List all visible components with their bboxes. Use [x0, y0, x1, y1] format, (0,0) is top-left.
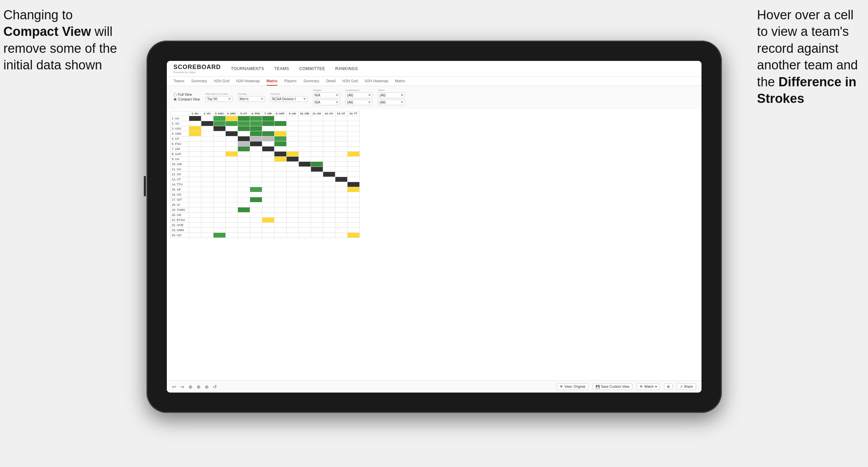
matrix-cell[interactable] [189, 131, 201, 136]
matrix-cell[interactable] [323, 126, 335, 131]
matrix-cell[interactable] [298, 207, 311, 213]
tab-players[interactable]: Players [284, 79, 297, 86]
gender-select[interactable]: Men's [238, 96, 265, 102]
conference-select1[interactable]: (All) [346, 92, 373, 98]
matrix-cell[interactable] [347, 121, 359, 126]
matrix-cell[interactable] [311, 202, 323, 207]
matrix-cell[interactable] [335, 233, 347, 238]
matrix-cell[interactable] [189, 121, 201, 126]
matrix-cell[interactable] [298, 233, 311, 238]
matrix-cell[interactable] [238, 121, 250, 126]
matrix-cell[interactable] [311, 207, 323, 213]
matrix-cell[interactable] [213, 116, 225, 121]
matrix-cell[interactable] [201, 152, 213, 157]
matrix-cell[interactable] [201, 162, 213, 167]
matrix-cell[interactable] [238, 233, 250, 238]
matrix-cell[interactable] [286, 126, 298, 131]
matrix-cell[interactable] [238, 116, 250, 121]
matrix-cell[interactable] [213, 202, 225, 207]
matrix-cell[interactable] [201, 192, 213, 197]
matrix-cell[interactable] [213, 207, 225, 213]
matrix-cell[interactable] [213, 167, 225, 172]
matrix-cell[interactable] [286, 223, 298, 228]
matrix-cell[interactable] [213, 187, 225, 192]
matrix-cell[interactable] [323, 177, 335, 182]
matrix-cell[interactable] [201, 116, 213, 121]
matrix-cell[interactable] [347, 192, 359, 197]
matrix-cell[interactable] [286, 147, 298, 152]
matrix-cell[interactable] [213, 147, 225, 152]
matrix-cell[interactable] [201, 141, 213, 147]
matrix-cell[interactable] [286, 192, 298, 197]
matrix-cell[interactable] [274, 182, 286, 187]
matrix-cell[interactable] [250, 121, 262, 126]
matrix-cell[interactable] [274, 213, 286, 218]
matrix-cell[interactable] [201, 233, 213, 238]
matrix-cell[interactable] [225, 116, 238, 121]
matrix-cell[interactable] [347, 233, 359, 238]
matrix-cell[interactable] [250, 187, 262, 192]
matrix-cell[interactable] [274, 177, 286, 182]
matrix-cell[interactable] [238, 213, 250, 218]
matrix-cell[interactable] [286, 218, 298, 223]
matrix-cell[interactable] [311, 197, 323, 202]
matrix-cell[interactable] [274, 207, 286, 213]
matrix-cell[interactable] [213, 131, 225, 136]
matrix-cell[interactable] [238, 141, 250, 147]
nav-committee[interactable]: COMMITTEE [299, 65, 325, 72]
matrix-cell[interactable] [347, 182, 359, 187]
tool1-icon[interactable]: ⊕ [188, 384, 193, 390]
matrix-cell[interactable] [298, 136, 311, 141]
tab-summary2[interactable]: Summary [304, 79, 319, 86]
matrix-cell[interactable] [323, 182, 335, 187]
matrix-cell[interactable] [323, 202, 335, 207]
matrix-cell[interactable] [189, 162, 201, 167]
matrix-cell[interactable] [189, 218, 201, 223]
matrix-cell[interactable] [286, 167, 298, 172]
matrix-cell[interactable] [335, 197, 347, 202]
matrix-cell[interactable] [323, 131, 335, 136]
matrix-cell[interactable] [201, 202, 213, 207]
matrix-cell[interactable] [262, 182, 274, 187]
matrix-cell[interactable] [347, 187, 359, 192]
matrix-cell[interactable] [335, 192, 347, 197]
matrix-cell[interactable] [213, 141, 225, 147]
matrix-cell[interactable] [311, 121, 323, 126]
matrix-cell[interactable] [347, 213, 359, 218]
matrix-cell[interactable] [262, 136, 274, 141]
matrix-cell[interactable] [250, 141, 262, 147]
matrix-cell[interactable] [347, 177, 359, 182]
matrix-cell[interactable] [286, 152, 298, 157]
matrix-cell[interactable] [189, 116, 201, 121]
save-custom-btn[interactable]: 💾 Save Custom View [593, 383, 632, 390]
matrix-cell[interactable] [225, 213, 238, 218]
matrix-cell[interactable] [250, 218, 262, 223]
matrix-cell[interactable] [250, 157, 262, 162]
matrix-cell[interactable] [347, 147, 359, 152]
matrix-cell[interactable] [238, 207, 250, 213]
matrix-cell[interactable] [311, 167, 323, 172]
matrix-cell[interactable] [225, 152, 238, 157]
matrix-cell[interactable] [262, 172, 274, 177]
matrix-cell[interactable] [323, 223, 335, 228]
matrix-cell[interactable] [298, 141, 311, 147]
matrix-cell[interactable] [225, 167, 238, 172]
matrix-cell[interactable] [262, 228, 274, 233]
matrix-cell[interactable] [323, 162, 335, 167]
matrix-cell[interactable] [189, 167, 201, 172]
matrix-cell[interactable] [335, 141, 347, 147]
matrix-cell[interactable] [201, 136, 213, 141]
matrix-cell[interactable] [335, 157, 347, 162]
matrix-cell[interactable] [347, 228, 359, 233]
matrix-cell[interactable] [347, 157, 359, 162]
matrix-cell[interactable] [213, 172, 225, 177]
matrix-cell[interactable] [225, 177, 238, 182]
matrix-cell[interactable] [347, 162, 359, 167]
matrix-cell[interactable] [298, 131, 311, 136]
matrix-cell[interactable] [189, 202, 201, 207]
matrix-cell[interactable] [262, 233, 274, 238]
matrix-cell[interactable] [201, 187, 213, 192]
matrix-cell[interactable] [201, 182, 213, 187]
matrix-cell[interactable] [250, 182, 262, 187]
matrix-cell[interactable] [298, 126, 311, 131]
